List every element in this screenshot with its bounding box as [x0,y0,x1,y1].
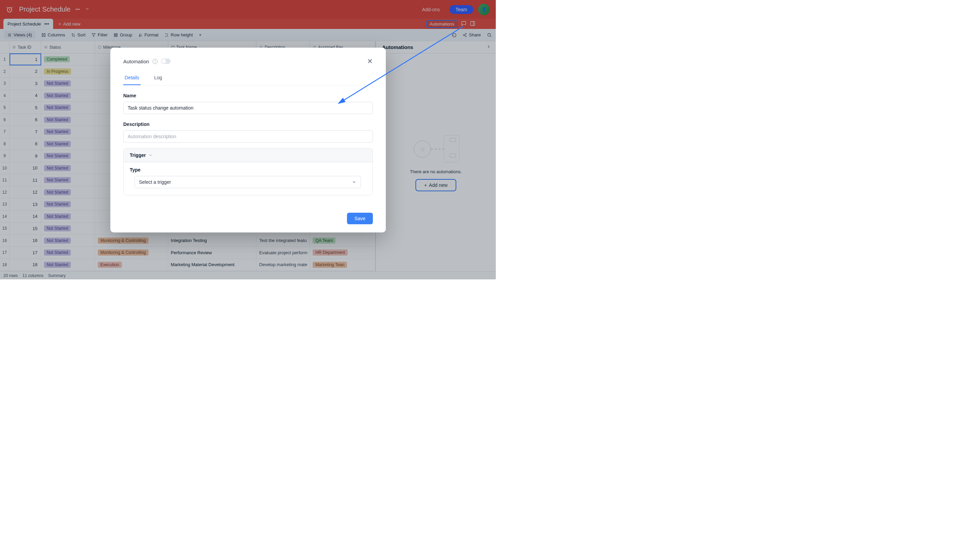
name-label: Name [123,93,373,98]
name-input[interactable] [123,102,373,114]
trigger-label: Trigger [130,152,146,158]
description-label: Description [123,122,373,127]
tab-log[interactable]: Log [153,71,164,85]
description-input[interactable] [123,130,373,143]
type-label: Type [130,167,366,173]
select-placeholder: Select a trigger [139,179,171,185]
save-button[interactable]: Save [347,213,373,224]
enable-toggle[interactable] [161,59,170,64]
trigger-section-toggle[interactable]: Trigger [124,148,372,162]
info-icon[interactable]: i [153,59,158,64]
close-icon[interactable]: ✕ [367,57,373,65]
modal-title: Automation [123,59,149,64]
chevron-down-icon [148,153,153,157]
tab-details[interactable]: Details [123,71,141,85]
automation-modal: Automation i ✕ Details Log Name Descript… [110,48,386,232]
chevron-down-icon [352,180,356,184]
trigger-type-select[interactable]: Select a trigger [135,176,361,188]
